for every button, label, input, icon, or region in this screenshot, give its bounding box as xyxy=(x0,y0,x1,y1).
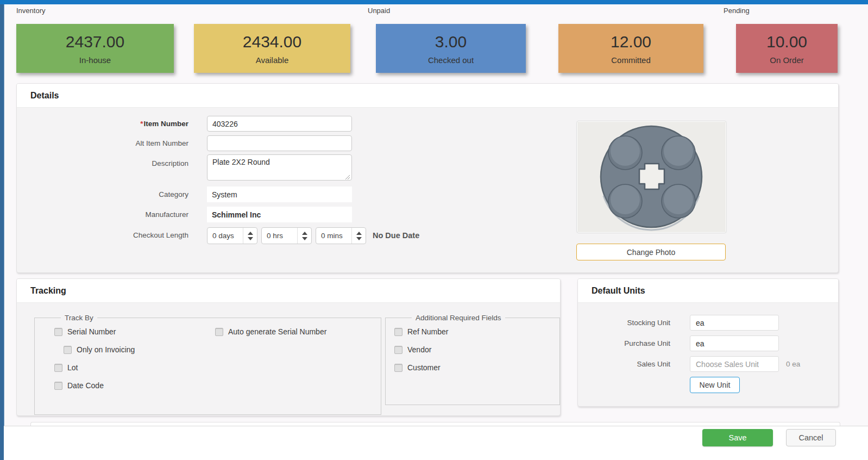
default-units-panel-header: Default Units xyxy=(578,279,838,303)
checkout-length-label: Checkout Length xyxy=(17,231,188,239)
inventory-item-page: Inventory Unpaid Pending 2437.00 In-hous… xyxy=(0,0,868,460)
purchase-unit-input[interactable] xyxy=(690,335,779,351)
alt-item-number-label: Alt Item Number xyxy=(17,139,188,147)
only-on-invoicing-checkbox[interactable] xyxy=(64,346,72,354)
checkbox-label: Date Code xyxy=(67,381,104,390)
lego-plate-image xyxy=(577,122,726,232)
description-label: Description xyxy=(17,159,188,167)
left-accent-bar xyxy=(0,4,4,460)
checkbox-label: Only on Invoicing xyxy=(77,345,135,354)
checkbox-row-only-on-invoicing[interactable]: Only on Invoicing xyxy=(64,344,135,355)
auto-generate-serial-checkbox[interactable] xyxy=(215,328,223,336)
stat-card-committed: 12.00 Committed xyxy=(558,24,703,73)
ref-number-checkbox[interactable] xyxy=(394,328,402,336)
stat-label: Committed xyxy=(611,55,651,65)
checkbox-row-date-code[interactable]: Date Code xyxy=(54,380,104,391)
details-panel: Details *Item Number Alt Item Number Des… xyxy=(16,83,839,273)
checkout-hours-spinner[interactable]: 0 hrs xyxy=(261,227,312,244)
checkbox-row-auto-generate[interactable]: Auto generate Serial Number xyxy=(215,326,326,337)
required-asterisk: * xyxy=(140,120,143,128)
description-textarea[interactable]: Plate 2X2 Round xyxy=(207,154,352,181)
checkout-minutes-value[interactable]: 0 mins xyxy=(316,228,351,244)
additional-required-fieldset: Additional Required Fields Ref Number Ve… xyxy=(385,314,560,405)
lot-checkbox[interactable] xyxy=(54,364,62,372)
change-photo-button[interactable]: Change Photo xyxy=(576,244,726,260)
details-panel-header: Details xyxy=(17,84,838,108)
category-label: Category xyxy=(17,190,188,198)
sales-unit-input[interactable] xyxy=(690,356,779,372)
checkbox-label: Vendor xyxy=(407,345,431,354)
checkbox-row-vendor[interactable]: Vendor xyxy=(394,344,431,355)
stat-card-checked-out: 3.00 Checked out xyxy=(376,24,526,73)
checkbox-label: Ref Number xyxy=(407,327,448,336)
cancel-button[interactable]: Cancel xyxy=(786,429,836,446)
checkout-hours-stepper[interactable] xyxy=(297,228,311,244)
item-number-label: *Item Number xyxy=(17,120,188,128)
step-up-icon[interactable] xyxy=(302,232,307,235)
no-due-date-text: No Due Date xyxy=(373,231,419,240)
group-label-unpaid: Unpaid xyxy=(368,7,390,15)
track-by-legend: Track By xyxy=(61,314,97,322)
new-unit-button[interactable]: New Unit xyxy=(690,377,740,393)
stat-value: 12.00 xyxy=(611,33,651,51)
step-up-icon[interactable] xyxy=(356,232,362,235)
group-label-inventory: Inventory xyxy=(16,7,45,15)
group-label-pending: Pending xyxy=(724,7,750,15)
step-down-icon[interactable] xyxy=(248,237,253,240)
customer-checkbox[interactable] xyxy=(394,364,402,372)
category-input[interactable] xyxy=(207,187,352,202)
stocking-unit-label: Stocking Unit xyxy=(578,315,670,331)
item-number-input[interactable] xyxy=(207,116,352,132)
details-title: Details xyxy=(30,91,59,101)
stat-value: 3.00 xyxy=(435,33,467,51)
stat-label: Available xyxy=(256,55,289,65)
stat-value: 2434.00 xyxy=(243,33,301,51)
purchase-unit-label: Purchase Unit xyxy=(578,335,670,351)
stat-value: 10.00 xyxy=(766,33,807,51)
checkbox-row-lot[interactable]: Lot xyxy=(54,362,78,373)
save-button[interactable]: Save xyxy=(702,429,773,446)
checkbox-label: Auto generate Serial Number xyxy=(228,327,326,336)
serial-number-checkbox[interactable] xyxy=(54,328,62,336)
stat-label: On Order xyxy=(770,55,804,65)
vendor-checkbox[interactable] xyxy=(394,346,402,354)
sales-unit-label: Sales Unit xyxy=(578,356,670,372)
tracking-panel-header: Tracking xyxy=(17,279,560,303)
stat-label: In-house xyxy=(79,55,111,65)
checkbox-label: Lot xyxy=(67,363,78,372)
stat-label: Checked out xyxy=(428,55,474,65)
date-code-checkbox[interactable] xyxy=(54,382,62,390)
stat-card-available: 2434.00 Available xyxy=(194,24,350,73)
checkbox-row-serial-number[interactable]: Serial Number xyxy=(54,326,116,337)
checkbox-row-ref-number[interactable]: Ref Number xyxy=(394,326,448,337)
manufacturer-label: Manufacturer xyxy=(17,210,188,219)
checkout-days-value[interactable]: 0 days xyxy=(207,228,243,244)
tracking-panel: Tracking Track By Serial Number Auto gen… xyxy=(16,278,561,416)
additional-required-legend: Additional Required Fields xyxy=(412,314,505,322)
checkbox-label: Serial Number xyxy=(67,327,116,336)
checkout-minutes-spinner[interactable]: 0 mins xyxy=(316,227,366,244)
step-down-icon[interactable] xyxy=(356,237,362,240)
tracking-title: Tracking xyxy=(30,286,66,296)
step-down-icon[interactable] xyxy=(302,237,307,240)
checkbox-label: Customer xyxy=(407,363,441,372)
stat-card-in-house: 2437.00 In-house xyxy=(16,24,174,73)
stat-card-on-order: 10.00 On Order xyxy=(736,24,838,73)
checkbox-row-customer[interactable]: Customer xyxy=(394,362,441,373)
stat-value: 2437.00 xyxy=(66,33,124,51)
default-units-title: Default Units xyxy=(592,286,645,296)
item-photo xyxy=(576,121,727,233)
sales-unit-suffix: 0 ea xyxy=(786,356,800,372)
default-units-panel: Default Units Stocking Unit Purchase Uni… xyxy=(577,278,839,407)
track-by-fieldset: Track By Serial Number Auto generate Ser… xyxy=(34,314,381,415)
stocking-unit-input[interactable] xyxy=(690,315,779,331)
alt-item-number-input[interactable] xyxy=(207,135,352,151)
step-up-icon[interactable] xyxy=(248,232,253,235)
checkout-days-stepper[interactable] xyxy=(243,228,257,244)
checkout-minutes-stepper[interactable] xyxy=(351,228,366,244)
top-accent-bar xyxy=(0,0,868,4)
manufacturer-input[interactable] xyxy=(207,207,352,222)
checkout-days-spinner[interactable]: 0 days xyxy=(207,227,257,244)
checkout-hours-value[interactable]: 0 hrs xyxy=(262,228,297,244)
